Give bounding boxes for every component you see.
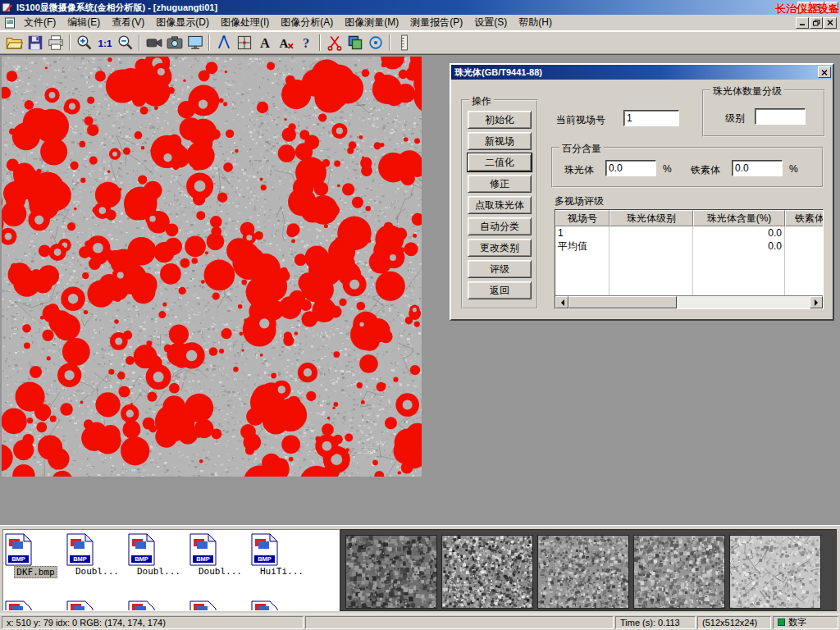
- actual-size-button[interactable]: 1:1: [94, 33, 115, 52]
- bmp-file-icon: [5, 600, 66, 611]
- video-camera-button[interactable]: [144, 33, 164, 52]
- pearlite-percent-sign: %: [663, 163, 672, 175]
- status-spacer-panel: [305, 616, 614, 629]
- file-item[interactable]: BMP Doubl...: [189, 533, 251, 579]
- dialog-title-bar[interactable]: 珠光体(GB/T9441-88): [451, 65, 833, 80]
- table-horizontal-scrollbar[interactable]: [555, 295, 823, 308]
- menu-image-processing[interactable]: 图像处理(I): [215, 14, 275, 31]
- mdi-minimize-button[interactable]: [796, 17, 809, 29]
- svg-text:?: ?: [302, 35, 308, 51]
- restore-button[interactable]: [811, 2, 824, 13]
- metallographic-image[interactable]: [2, 57, 422, 477]
- cut-button[interactable]: [324, 33, 345, 52]
- change-category-button[interactable]: 更改类别: [468, 239, 532, 257]
- column-header-level[interactable]: 珠光体级别: [609, 210, 693, 226]
- toolbar-separator: [319, 34, 321, 51]
- minimize-icon: [801, 5, 807, 11]
- cell-field: 1: [555, 226, 609, 240]
- thumbnail-2[interactable]: [441, 535, 533, 609]
- minimize-icon: [799, 20, 806, 25]
- menu-edit[interactable]: 编辑(E): [62, 14, 106, 31]
- menu-view[interactable]: 查看(V): [106, 14, 150, 31]
- current-field-input[interactable]: [623, 110, 679, 126]
- ferrite-percent-sign: %: [789, 163, 798, 175]
- mode-label: 数字: [788, 616, 806, 628]
- mdi-close-button[interactable]: [824, 17, 837, 29]
- table-row[interactable]: 平均值 0.0: [555, 240, 823, 253]
- table-row[interactable]: 1 0.0: [555, 226, 823, 240]
- thumbnail-5[interactable]: [729, 535, 821, 609]
- return-button[interactable]: 返回: [468, 281, 532, 299]
- capture-button[interactable]: [185, 33, 205, 52]
- camera-button[interactable]: [164, 33, 185, 52]
- help-button[interactable]: ?: [295, 33, 316, 52]
- menu-image-measure[interactable]: 图像测量(M): [339, 14, 404, 31]
- ferrite-percent-input[interactable]: [732, 160, 783, 176]
- rate-button[interactable]: 评级: [468, 260, 532, 278]
- menu-settings[interactable]: 设置(S): [468, 14, 513, 31]
- zoom-out-button[interactable]: [115, 33, 135, 52]
- file-item[interactable]: [189, 600, 251, 611]
- zoom-out-icon: [116, 34, 135, 52]
- menu-image-display[interactable]: 图像显示(D): [150, 14, 215, 31]
- close-button[interactable]: [825, 2, 838, 13]
- pearlite-percent-input[interactable]: [605, 160, 656, 176]
- title-bar: IS100显微摄像系统(金相分析版) - [zhuguangti01] 长治仪器…: [0, 0, 840, 15]
- file-item[interactable]: BMP Doubl...: [128, 533, 189, 579]
- column-header-ferrite[interactable]: 铁素体: [785, 210, 824, 226]
- menu-file[interactable]: 文件(F): [18, 14, 62, 31]
- overlay-compare-button[interactable]: [345, 33, 365, 52]
- new-field-button[interactable]: 新视场: [468, 132, 532, 150]
- scrollbar-track[interactable]: [568, 296, 810, 308]
- mode-panel: 数字: [773, 616, 838, 629]
- close-icon: [829, 5, 835, 11]
- svg-text:1:1: 1:1: [98, 38, 112, 48]
- thumbnail-1[interactable]: [345, 535, 437, 609]
- file-item[interactable]: BMP DKF.bmp: [5, 533, 66, 581]
- calibration-grid-icon: [235, 34, 253, 52]
- print-button[interactable]: [45, 33, 66, 52]
- toolbar-separator: [139, 34, 140, 51]
- file-name: DKF.bmp: [14, 566, 57, 578]
- level-input[interactable]: [755, 108, 806, 125]
- open-button[interactable]: [4, 33, 25, 52]
- correct-button[interactable]: 修正: [468, 175, 532, 193]
- file-item[interactable]: [251, 600, 313, 611]
- initialize-button[interactable]: 初始化: [468, 111, 532, 129]
- document-icon: [4, 17, 16, 29]
- file-item[interactable]: [66, 600, 128, 611]
- scrollbar-thumb[interactable]: [568, 296, 677, 308]
- menu-image-analysis[interactable]: 图像分析(A): [275, 14, 339, 31]
- file-item[interactable]: [128, 600, 189, 611]
- minimize-button[interactable]: [797, 2, 810, 13]
- ruler-button[interactable]: [394, 33, 414, 52]
- percentage-group: 百分含量 珠光体 % 铁素体 %: [551, 147, 824, 188]
- thumbnail-3[interactable]: [537, 535, 629, 609]
- binarize-button[interactable]: 二值化: [468, 153, 532, 171]
- marker-button[interactable]: [365, 33, 386, 52]
- scroll-left-button[interactable]: [555, 296, 568, 308]
- column-header-field[interactable]: 视场号: [555, 210, 609, 226]
- menu-help[interactable]: 帮助(H): [513, 14, 558, 31]
- thumbnail-4[interactable]: [633, 535, 725, 609]
- camera-icon: [166, 34, 184, 52]
- file-item[interactable]: BMP Doubl...: [66, 533, 128, 579]
- scroll-right-button[interactable]: [810, 296, 823, 308]
- text-attribute-button[interactable]: A: [275, 33, 295, 52]
- file-item[interactable]: BMP HuiTi...: [251, 533, 313, 579]
- bmp-file-icon: BMP: [66, 533, 128, 566]
- text-annotate-button[interactable]: A: [254, 33, 275, 52]
- auto-classify-button[interactable]: 自动分类: [468, 217, 532, 235]
- column-header-content[interactable]: 珠光体含量(%): [693, 210, 785, 226]
- dialog-close-button[interactable]: [818, 66, 831, 78]
- file-item[interactable]: [5, 600, 66, 611]
- menu-measure-report[interactable]: 测量报告(P): [404, 14, 468, 31]
- caliper-button[interactable]: [213, 33, 234, 52]
- pick-pearlite-button[interactable]: 点取珠光体: [468, 196, 532, 214]
- save-button[interactable]: [25, 33, 45, 52]
- cursor-position-panel: x: 510 y: 79 idx: 0 RGB: (174, 174, 174): [2, 616, 304, 629]
- mdi-restore-button[interactable]: [810, 17, 823, 29]
- app-icon: [2, 2, 13, 13]
- calibration-button[interactable]: [234, 33, 254, 52]
- zoom-in-button[interactable]: [74, 33, 94, 52]
